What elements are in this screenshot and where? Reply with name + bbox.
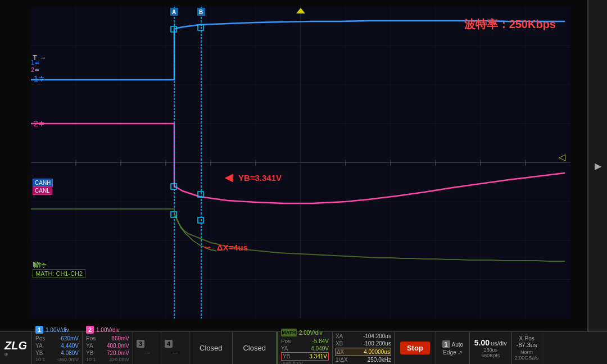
scope-screen: 1≑ 2≑ M≑ A B 波特率：250Kbps T → MATH: CH1-C…	[0, 0, 588, 331]
dx-val: 4.00000us	[364, 348, 390, 356]
svg-text:A: A	[172, 9, 176, 15]
scope-title: 波特率：250Kbps	[464, 17, 556, 32]
ch1-pos-label: Pos	[35, 335, 45, 342]
dx-label: ΔX	[337, 348, 344, 356]
svg-text:1≑: 1≑	[34, 74, 45, 83]
ch2-block[interactable]: 2 1.00V/div Pos -860mV YA 400.0mV YB 720…	[83, 332, 133, 364]
trigger-type: Edge	[443, 349, 456, 356]
math-channel-label: MATH: CH1-CH2	[33, 269, 85, 278]
ch4-content: ---	[173, 349, 178, 356]
ch2-vdiv: 1.00V/div	[96, 327, 120, 333]
norm-label: Norm	[520, 349, 533, 355]
closed-label-2: Closed	[243, 344, 265, 352]
stop-block[interactable]: Stop	[395, 332, 436, 364]
ch2-number: 2	[86, 326, 94, 334]
ch2-ya-label: YA	[86, 342, 93, 349]
closed-block-1[interactable]: Closed	[189, 332, 233, 364]
closed-block-2[interactable]: Closed	[233, 332, 276, 364]
ch2-yb-val: 720.0mV	[107, 349, 129, 357]
norm-val: 2.00GSa/s	[515, 355, 539, 361]
xpos-val: -87.3us	[517, 342, 537, 348]
logo-sub: ®	[4, 352, 27, 357]
ch1-vdiv: 1.00V/div	[46, 327, 69, 333]
yb-annotation: ◀ YB=3.341V	[225, 171, 282, 184]
canl-label: CANL	[33, 186, 52, 195]
grid-area: 1≑ 2≑ M≑ A B	[31, 7, 570, 319]
time-pts2: 560Kpts	[481, 353, 500, 358]
freq-label: 1/ΔX	[336, 356, 348, 364]
freq-val: 250.0kHz	[368, 356, 391, 364]
stop-button[interactable]: Stop	[400, 342, 430, 354]
trigger-marker-right: ◁	[559, 152, 565, 162]
measurement-block: XA -104.200us XB -100.200us ΔX 4.00000us…	[333, 332, 395, 364]
ch1-yb-label: YB	[35, 349, 43, 357]
ch4-block[interactable]: 4 ---	[161, 332, 189, 364]
xb-val: -100.200us	[363, 340, 391, 348]
math-pos-label: Pos	[281, 338, 291, 345]
time-div-unit: us/div	[491, 340, 507, 347]
xpos-block[interactable]: X-Pos -87.3us Norm 2.00GSa/s	[512, 332, 542, 364]
ch2-ya-val: 400.0mV	[107, 342, 129, 349]
math-vdiv: 2.00V/div	[299, 330, 323, 336]
ch3-content: ---	[144, 349, 150, 356]
trigger-slope: ↗	[457, 349, 462, 356]
ch1-number: 1	[35, 326, 43, 334]
ch1-yb-val: 4.080V	[61, 349, 79, 357]
time-pts: 280us	[484, 347, 498, 353]
m-ground: M↑	[33, 260, 42, 269]
xa-label: XA	[336, 333, 343, 340]
dx-annotation: ↔ ΔX=4us	[202, 242, 248, 253]
trigger-mode: Auto	[452, 342, 464, 348]
ch1-ground-indicator: 1≑	[31, 59, 39, 66]
ch1-block[interactable]: 1 1.00V/div Pos -620mV YA 4.440V YB 4.08…	[32, 332, 83, 364]
right-arrow-icon[interactable]: ▶	[595, 161, 601, 171]
math-ya-val: 4.040V	[311, 345, 329, 352]
ch1-extra2: -360.0mV	[57, 357, 79, 363]
bottom-status-bar: ZLG ® 1 1.00V/div Pos -620mV YA 4.440V Y…	[0, 331, 607, 364]
right-sidebar: ▶	[588, 0, 607, 331]
closed-label-1: Closed	[200, 344, 222, 352]
time-div-value: 5.00	[474, 338, 490, 347]
svg-text:2≑: 2≑	[34, 119, 45, 128]
ch1-pos-val: -620mV	[59, 335, 79, 342]
ch2-ground-indicator: 2≑	[31, 66, 39, 74]
math-yb-label: YB	[283, 353, 290, 360]
xb-label: XB	[336, 340, 343, 348]
ch2-yb-label: YB	[86, 349, 93, 357]
ch2-extra: 10:1	[86, 357, 96, 363]
math-block[interactable]: MATH 2.00V/div Pos -5.84V YA 4.040V YB 3…	[277, 332, 333, 364]
ch2-pos-label: Pos	[86, 335, 96, 342]
math-label: MATH	[281, 329, 297, 336]
ch1-extra: 10:1	[35, 357, 46, 363]
math-extra: -698.8mV	[281, 361, 303, 364]
time-div-block[interactable]: 5.00 us/div 280us 560Kpts	[470, 332, 512, 364]
math-pos-val: -5.84V	[312, 338, 328, 345]
ch2-extra2: 320.0mV	[109, 357, 129, 363]
trigger-channel: 1	[442, 340, 450, 348]
xpos-label: X-Pos	[519, 335, 534, 342]
svg-text:B: B	[199, 9, 203, 15]
ch4-number: 4	[165, 340, 173, 348]
canh-label: CANH	[33, 179, 53, 187]
math-yb-val: 3.341V	[309, 353, 327, 360]
logo-block: ZLG ®	[0, 332, 32, 364]
trigger-block[interactable]: 1 Auto Edge ↗	[436, 332, 470, 364]
ch1-ya-val: 4.440V	[61, 342, 79, 349]
math-ya-label: YA	[281, 345, 288, 352]
ch1-ya-label: YA	[35, 342, 43, 349]
ch3-block[interactable]: 3 ---	[133, 332, 161, 364]
ch2-pos-val: -860mV	[110, 335, 129, 342]
logo-text: ZLG	[4, 339, 27, 352]
xa-val: -104.200us	[363, 333, 391, 340]
ch3-number: 3	[137, 340, 144, 348]
